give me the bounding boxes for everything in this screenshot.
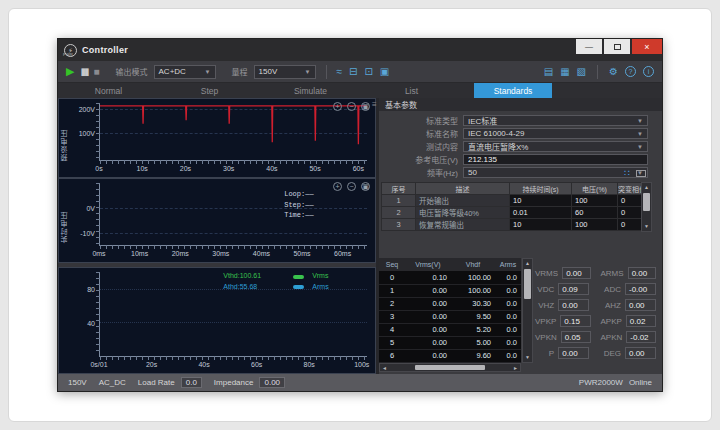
x-axis-labels: 0s10s20s30s40s50s60s [99,165,367,175]
app-window: ⚡PWR Controller — × ▶ ▮▮ ■ 输出模式 AC+DC ▼ … [57,38,663,392]
cell: 0 [618,207,642,219]
popout-window-icon[interactable] [636,170,646,177]
cell: 0.0 [495,323,521,336]
reference-voltage-input[interactable]: 212.135 [463,154,648,165]
cell: 0.0 [495,297,521,310]
display-icon[interactable]: ▣ [380,67,389,77]
sequence-table-hscrollbar[interactable]: ◄ ► [379,363,521,372]
x-tick-label: 10s [137,165,148,172]
settings-icon[interactable]: ⚙ [609,67,618,77]
cell: 0.0 [495,349,521,362]
scrollbar-thumb[interactable] [524,269,531,299]
pause-button[interactable]: ▮▮ [80,67,87,77]
param-select[interactable]: 50▼ [463,167,648,178]
snapshot-icon[interactable]: ▣ [361,182,370,191]
measurement-value: 0.00 [625,347,656,359]
zoom-in-icon[interactable]: + [333,182,342,191]
measurement-trend-chart: 8040 0s/0120s40s60s80s100s Vthd:100.61Vr… [58,267,376,374]
table-row[interactable]: 3恢复常规输出101000 [382,219,642,231]
run-button[interactable]: ▶ [66,66,74,77]
output-mode-value: AC+DC [159,67,186,76]
y-tick-label: 80 [87,286,95,293]
scroll-right-icon[interactable]: ► [511,365,520,371]
measurement-value: 0.15 [560,315,590,327]
tab-standards[interactable]: Standards [474,83,552,98]
expand-grid-icon[interactable]: ∷ [624,168,630,178]
measurement-value: 0.00 [558,299,589,311]
table-row[interactable]: 00.10100.000.0 [379,271,521,284]
tab-normal[interactable]: Normal [58,83,159,98]
param-label: 测试内容 [379,141,463,152]
readout-line: Time:—— [284,210,313,221]
measurement-row: P0.00DEG0.00 [535,345,656,361]
table-row[interactable]: 50.005.000.0 [379,336,521,349]
measurement-value: 0.00 [558,347,589,359]
scroll-left-icon[interactable]: ◄ [380,365,389,371]
zoom-out-icon[interactable]: − [347,182,356,191]
gridline [100,322,367,323]
preset-voltage-chart: 预设电压 200V100V 0s10s20s30s40s50s60s +−▣ [58,98,376,178]
tab-step[interactable]: Step [159,83,260,98]
range-select[interactable]: 150V ▼ [254,65,316,79]
output-mode-select[interactable]: AC+DC ▼ [154,65,216,79]
tab-simulate[interactable]: Simulate [260,83,361,98]
help-icon[interactable]: ? [625,66,636,77]
cell: 1 [382,195,416,207]
open-file-icon[interactable]: ▤ [544,67,553,77]
scroll-down-icon[interactable]: ▼ [642,222,651,231]
save-icon[interactable]: ▦ [560,67,569,77]
coupling-icon[interactable]: ⊟ [349,67,357,77]
table-row[interactable]: 30.009.500.0 [379,310,521,323]
param-row: 测试内容直流电压暂降X%▼ [379,140,648,153]
scroll-down-icon[interactable]: ▼ [523,353,532,362]
x-tick-label: 60s [353,165,364,172]
column-header: 序号 [382,183,416,195]
measurement-value: 0.09 [558,283,589,295]
param-select[interactable]: 直流电压暂降X%▼ [463,141,648,152]
thd-annotation: Vthd:100.61 [223,271,285,282]
param-select[interactable]: IEC标准▼ [463,115,648,126]
waveform-icon[interactable]: ≈ [337,67,343,77]
splitter-menu-icon[interactable]: ≡ [372,100,377,109]
export-icon[interactable]: ▧ [577,67,586,77]
x-tick-label: 50s [309,165,320,172]
x-tick-label: 80s [304,361,315,368]
scrollbar-thumb[interactable] [643,193,650,211]
steps-table-scrollbar[interactable]: ▲ ▼ [641,182,652,232]
table-row[interactable]: 60.009.600.0 [379,349,521,362]
scrollbar-thumb[interactable] [415,365,485,370]
sequence-table-vscrollbar[interactable]: ▲ ▼ [522,258,533,363]
minimize-button[interactable]: — [576,39,602,54]
table-row[interactable]: 1开始输出101000 [382,195,642,207]
zoom-in-icon[interactable]: + [333,102,342,111]
column-header: Seq [379,258,405,271]
table-row[interactable]: 20.0030.300.0 [379,297,521,310]
scroll-up-icon[interactable]: ▲ [642,183,651,192]
x-tick-label: 30s [223,165,234,172]
tab-list[interactable]: List [361,83,462,98]
zoom-out-icon[interactable]: − [347,102,356,111]
stop-button[interactable]: ■ [93,67,99,77]
maximize-icon [614,44,621,50]
output-icon[interactable]: ⊡ [364,67,372,77]
gridline [100,233,367,234]
cell: 0.00 [405,336,451,349]
y-tick-label: 0V [86,205,95,212]
table-row[interactable]: 40.005.200.0 [379,323,521,336]
scroll-up-icon[interactable]: ▲ [523,259,532,268]
chevron-down-icon: ▼ [637,118,643,124]
chart-toolbar: +−▣ [333,182,370,191]
chevron-down-icon: ▼ [637,144,643,150]
snapshot-icon[interactable]: ▣ [361,102,370,111]
table-row[interactable]: 2电压暂降等级40%0.01600 [382,207,642,219]
maximize-button[interactable] [604,39,630,54]
x-tick-label: 0s/01 [90,361,107,368]
param-select[interactable]: IEC 61000-4-29▼ [463,128,648,139]
status-mode: AC_DC [99,378,126,387]
measurement-value: 0.00 [562,267,590,279]
table-row[interactable]: 10.00100.000.0 [379,284,521,297]
info-icon[interactable]: i [643,66,654,77]
cell: 电压暂降等级40% [416,207,510,219]
close-button[interactable]: × [632,39,662,54]
measurement-value: 0.00 [628,267,656,279]
